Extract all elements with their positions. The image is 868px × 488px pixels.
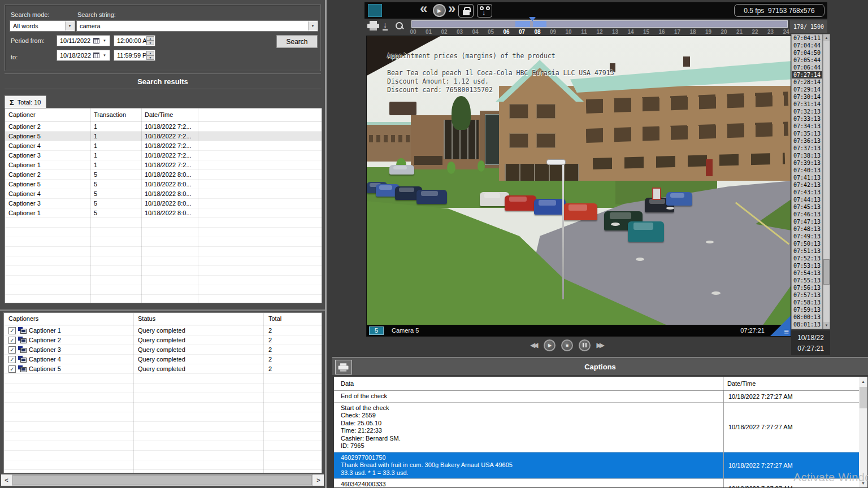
timestamp-item[interactable]: 07:35:13 [792, 130, 822, 137]
timestamp-item[interactable]: 07:34:13 [792, 123, 822, 130]
timestamp-item[interactable]: 07:42:13 [792, 181, 822, 189]
timestamp-item[interactable]: 07:45:13 [792, 203, 822, 211]
save-snapshot-icon[interactable]: ↓ [383, 21, 388, 30]
result-row[interactable]: Captioner 5 5 10/18/2022 8:0... [5, 180, 322, 189]
timestamp-item[interactable]: 07:37:13 [792, 145, 822, 152]
timestamp-item[interactable]: 07:06:44 [792, 64, 822, 71]
stream-indicator[interactable] [368, 4, 382, 17]
checkbox-checked[interactable]: ✓ [8, 337, 16, 344]
hour-label[interactable]: 13 [610, 29, 620, 35]
result-row[interactable]: Captioner 1 5 10/18/2022 8:0... [5, 208, 322, 218]
timestamp-item[interactable]: 07:36:13 [792, 137, 822, 145]
print-icon[interactable] [367, 21, 380, 30]
timeline-track[interactable] [411, 20, 788, 28]
chevron-down-icon[interactable]: ▼ [100, 36, 109, 45]
timeline-position-marker[interactable] [529, 17, 536, 21]
timestamp-item[interactable]: 07:30:14 [792, 93, 822, 101]
play-button[interactable]: ▶ [544, 339, 555, 351]
scroll-up-icon[interactable]: ▲ [859, 377, 867, 386]
hour-label[interactable]: 02 [439, 29, 449, 35]
timeline-recording-segment[interactable] [515, 21, 530, 27]
timestamp-item[interactable]: 07:05:44 [792, 56, 822, 64]
fast-forward-icon[interactable]: » [448, 1, 455, 16]
timestamp-item[interactable]: 07:31:14 [792, 101, 822, 108]
timeline-recording-segment[interactable] [533, 21, 546, 27]
timestamp-item[interactable]: 07:56:13 [792, 284, 822, 291]
spinner-down-icon[interactable]: ▼ [146, 55, 154, 60]
scrollbar-thumb[interactable] [860, 387, 867, 408]
timestamp-item[interactable]: 07:04:50 [792, 49, 822, 56]
chevron-down-icon[interactable]: ▼ [100, 51, 109, 60]
scrollbar-thumb[interactable] [12, 475, 312, 485]
timestamp-item[interactable]: 07:47:13 [792, 218, 822, 225]
result-row[interactable]: Captioner 3 1 10/18/2022 7:2... [5, 151, 322, 160]
spinner-up-icon[interactable]: ▲ [146, 36, 154, 41]
captioner-row[interactable]: ✓ Captioner 1 Query completed 2 [4, 326, 322, 336]
time-spinner[interactable]: ▲ ▼ [146, 36, 154, 45]
timestamp-item[interactable]: 07:58:13 [792, 299, 822, 306]
scroll-up-icon[interactable]: ▲ [823, 34, 830, 41]
checkbox-checked[interactable]: ✓ [8, 327, 16, 334]
column-header-data[interactable]: Data [341, 380, 354, 387]
chevron-down-icon[interactable]: ▼ [65, 21, 74, 30]
hour-label[interactable]: 06 [501, 29, 511, 35]
hour-label[interactable]: 04 [470, 29, 480, 35]
timestamp-item[interactable]: 07:41:13 [792, 174, 822, 181]
date-from-field[interactable]: 10/11/2022 ▼ [57, 35, 110, 46]
hour-label[interactable]: 19 [704, 29, 714, 35]
stop-button[interactable]: ■ [561, 339, 573, 351]
hour-label[interactable]: 08 [532, 29, 542, 35]
timestamp-item[interactable]: 07:39:13 [792, 159, 822, 167]
rewind-icon[interactable]: « [420, 1, 427, 16]
timestamp-item[interactable]: 08:00:13 [792, 313, 822, 321]
hour-label[interactable]: 12 [594, 29, 605, 35]
pause-button[interactable] [579, 339, 591, 351]
frame-timestamp-list[interactable]: 07:04:1107:04:4407:04:5007:05:4407:06:44… [791, 34, 823, 329]
hour-label[interactable]: 01 [424, 29, 434, 35]
calendar-icon[interactable] [93, 53, 99, 58]
time-to-field[interactable]: 11:59:59 P ▲ ▼ [114, 50, 155, 61]
column-header-captioner[interactable]: Captioner [8, 111, 36, 118]
result-row[interactable]: Captioner 4 5 10/18/2022 8:0... [5, 189, 322, 199]
spinner-up-icon[interactable]: ▲ [146, 51, 154, 55]
scroll-down-icon[interactable]: ▼ [823, 322, 830, 329]
date-to-field[interactable]: 10/18/2022 ▼ [57, 50, 110, 61]
export-video-button[interactable]: ↓ [477, 4, 492, 18]
checkbox-checked[interactable]: ✓ [8, 346, 16, 354]
hour-label[interactable]: 18 [688, 29, 698, 35]
hour-label[interactable]: 10 [563, 29, 574, 35]
captioner-row[interactable]: ✓ Captioner 5 Query completed 2 [4, 364, 322, 374]
hour-label[interactable]: 23 [766, 29, 776, 35]
result-row[interactable]: Captioner 2 5 10/18/2022 8:0... [5, 170, 322, 180]
timestamp-item[interactable]: 07:57:13 [792, 291, 822, 299]
timestamp-item[interactable]: 07:38:13 [792, 152, 822, 159]
timestamp-item[interactable]: 07:52:13 [792, 255, 822, 262]
search-button[interactable]: Search [276, 35, 318, 48]
hour-label[interactable]: 07 [517, 29, 527, 35]
hour-label[interactable]: 00 [408, 29, 418, 35]
timestamp-item[interactable]: 07:04:11 [792, 34, 822, 42]
time-from-field[interactable]: 12:00:00 A ▲ ▼ [114, 35, 155, 46]
lock-button[interactable] [458, 4, 474, 18]
chevron-down-icon[interactable]: ▼ [308, 21, 317, 30]
captioner-row[interactable]: ✓ Captioner 2 Query completed 2 [4, 336, 322, 345]
hour-label[interactable]: 15 [641, 29, 652, 35]
caption-row[interactable]: 4602977001750 Thank Bread with fruit in … [334, 452, 860, 480]
timestamp-item[interactable]: 07:54:13 [792, 269, 822, 277]
timestamp-item[interactable]: 07:32:13 [792, 108, 822, 115]
scroll-right-icon[interactable]: > [313, 474, 324, 486]
hour-label[interactable]: 17 [672, 29, 683, 35]
spinner-down-icon[interactable]: ▼ [146, 41, 154, 45]
time-spinner[interactable]: ▲ ▼ [146, 51, 154, 60]
column-header-total[interactable]: Total [268, 315, 281, 322]
timestamp-item[interactable]: 07:27:14 [792, 71, 822, 79]
caption-row[interactable]: Start of the check Check: 2559 Date: 25.… [334, 403, 860, 452]
timestamp-item[interactable]: 07:55:13 [792, 277, 822, 284]
hour-label[interactable]: 03 [455, 29, 465, 35]
hour-label[interactable]: 05 [486, 29, 496, 35]
hour-label[interactable]: 11 [579, 29, 589, 35]
caption-row[interactable]: End of the check 10/18/2022 7:27:27 AM [334, 391, 860, 403]
hour-label[interactable]: 14 [626, 29, 636, 35]
timestamp-item[interactable]: 07:46:13 [792, 211, 822, 218]
scrollbar-thumb[interactable] [823, 259, 830, 285]
